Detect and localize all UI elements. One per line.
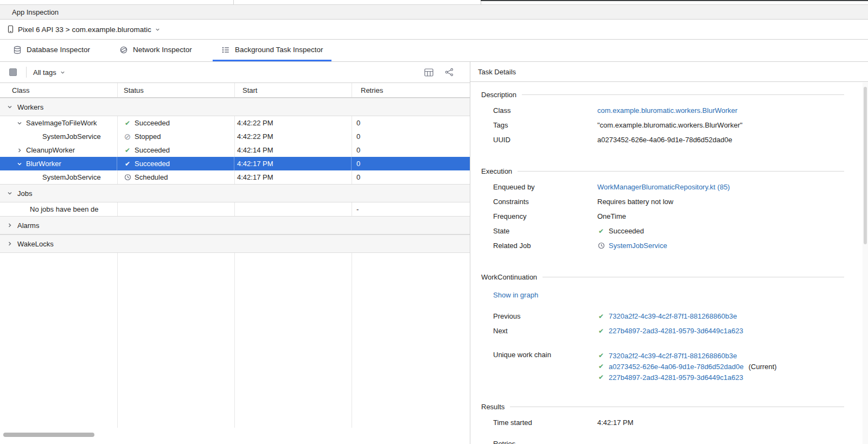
succeeded-check-icon: ✔: [597, 328, 605, 334]
tab-label: Background Task Inspector: [235, 46, 323, 54]
table-row-saveimagetofilework[interactable]: SaveImageToFileWork ✔ Succeeded 4:42:22 …: [0, 116, 470, 130]
graph-view-button[interactable]: [443, 66, 456, 79]
column-header-class[interactable]: Class: [0, 83, 117, 97]
table-row-no-jobs[interactable]: No jobs have been de -: [0, 202, 470, 216]
tab-label: Database Inspector: [27, 46, 90, 54]
chain-work-link[interactable]: 7320a2f2-4c39-4c2f-87f1-881268860b3e: [609, 352, 737, 360]
section-execution: Execution: [481, 166, 844, 176]
next-work-link[interactable]: 227b4897-2ad3-4281-9579-3d6449c1a623: [609, 327, 743, 335]
detail-row-previous: Previous ✔ 7320a2f2-4c39-4c2f-87f1-88126…: [493, 309, 844, 324]
chain-work-link[interactable]: a0273452-626e-4a06-9d1e-78d6d52dad0e: [609, 363, 744, 371]
detail-label: Retries: [493, 440, 597, 444]
chevron-right-icon[interactable]: [7, 240, 13, 247]
succeeded-check-icon: ✔: [597, 228, 605, 234]
empty-jobs-message: No jobs have been de: [30, 205, 98, 213]
task-details-body: Description Class com.example.bluromatic…: [470, 83, 868, 444]
worker-class-link[interactable]: com.example.bluromatic.workers.BlurWorke…: [597, 106, 737, 115]
stop-icon: [9, 68, 17, 76]
group-row-workers[interactable]: Workers: [0, 98, 470, 116]
cell-class: SystemJobService: [0, 130, 117, 143]
cell-start: 4:42:17 PM: [234, 157, 352, 170]
detail-label: Time started: [493, 418, 597, 427]
chevron-down-icon[interactable]: [16, 161, 23, 167]
column-header-status[interactable]: Status: [117, 83, 234, 97]
status-text: Succeeded: [135, 146, 170, 154]
detail-row-time-started: Time started 4:42:17 PM: [493, 415, 844, 430]
previous-work-link[interactable]: 7320a2f2-4c39-4c2f-87f1-881268860b3e: [609, 312, 737, 320]
table-row-systemjobservice-2[interactable]: SystemJobService Scheduled 4:42:17 PM 0: [0, 170, 470, 184]
table-row-systemjobservice-1[interactable]: SystemJobService ⊘ Stopped 4:42:22 PM 0: [0, 130, 470, 143]
app-inspection-header: App Inspection: [0, 4, 868, 20]
start-time: 4:42:22 PM: [237, 132, 273, 141]
tab-database-inspector[interactable]: Database Inspector: [4, 40, 99, 61]
show-in-graph-link[interactable]: Show in graph: [493, 291, 538, 299]
chevron-right-icon[interactable]: [7, 222, 13, 229]
app-inspection-title: App Inspection: [12, 8, 59, 16]
column-header-start[interactable]: Start: [234, 83, 352, 97]
tags-value: "com.example.bluromatic.workers.BlurWork…: [597, 121, 743, 129]
vertical-scrollbar-thumb[interactable]: [864, 87, 867, 244]
tab-network-inspector[interactable]: Network Inspector: [111, 40, 201, 61]
stop-inspection-button[interactable]: [7, 66, 20, 79]
group-label: Jobs: [17, 189, 32, 198]
status-text: Scheduled: [135, 173, 168, 181]
chevron-down-icon[interactable]: [7, 104, 13, 110]
chevron-right-icon[interactable]: [16, 147, 23, 154]
cell-retries: -: [352, 202, 470, 216]
worker-class-name: BlurWorker: [26, 160, 61, 168]
device-selector[interactable]: Pixel 6 API 33 > com.example.bluromatic: [7, 25, 161, 34]
detail-label: Unique work chain: [493, 350, 597, 383]
task-details-panel: Task Details Description Class com.examp…: [470, 62, 868, 444]
frequency-value: OneTime: [597, 212, 626, 220]
horizontal-scrollbar[interactable]: [3, 433, 94, 437]
enqueued-by-link[interactable]: WorkManagerBluromaticRepository.kt (85): [597, 183, 730, 191]
worker-class-name: SystemJobService: [42, 132, 101, 141]
tab-background-task-inspector[interactable]: Background Task Inspector: [213, 40, 332, 61]
status-text: Succeeded: [135, 119, 170, 127]
detail-row-next: Next ✔ 227b4897-2ad3-4281-9579-3d6449c1a…: [493, 324, 844, 338]
database-icon: [13, 46, 22, 54]
cell-start: 4:42:14 PM: [234, 143, 352, 157]
cell-retries: 0: [352, 170, 470, 184]
group-row-jobs[interactable]: Jobs: [0, 184, 470, 202]
retries-count: 0: [356, 173, 360, 181]
device-phone-icon: [7, 25, 15, 34]
detail-label: UUID: [493, 136, 597, 144]
table-view-button[interactable]: [422, 66, 435, 79]
group-row-wakelocks[interactable]: WakeLocks: [0, 234, 470, 253]
retries-count: 0: [356, 160, 360, 168]
section-heading: Results: [481, 403, 505, 411]
retries-count: 0: [356, 119, 360, 127]
detail-row-tags: Tags "com.example.bluromatic.workers.Blu…: [493, 118, 844, 132]
show-in-graph-row: Show in graph: [493, 288, 844, 302]
clock-icon: [597, 242, 605, 249]
time-started-value: 4:42:17 PM: [597, 418, 634, 427]
related-job-link[interactable]: SystemJobService: [609, 242, 667, 250]
cell-status: ✔ Succeeded: [117, 157, 234, 170]
chevron-down-icon[interactable]: [7, 190, 13, 196]
column-header-retries[interactable]: Retries: [352, 83, 470, 97]
cell-start: 4:42:22 PM: [234, 116, 352, 130]
group-row-alarms[interactable]: Alarms: [0, 216, 470, 234]
chevron-down-icon[interactable]: [16, 120, 23, 126]
table-row-blurworker-selected[interactable]: BlurWorker ✔ Succeeded 4:42:17 PM 0: [0, 157, 470, 170]
task-list-icon: [221, 46, 230, 54]
state-value: Succeeded: [609, 227, 644, 235]
detail-label: Enqueued by: [493, 183, 597, 191]
start-time: 4:42:14 PM: [237, 146, 273, 154]
app-inspection-window: App Inspection Pixel 6 API 33 > com.exam…: [0, 0, 868, 444]
detail-row-related-job: Related Job SystemJobService: [493, 238, 844, 253]
group-label: WakeLocks: [17, 240, 54, 248]
section-rule: [518, 171, 844, 172]
tags-filter-dropdown[interactable]: All tags: [33, 68, 66, 77]
detail-label: Constraints: [493, 198, 597, 206]
tab-label: Network Inspector: [133, 46, 192, 54]
section-rule: [522, 94, 844, 95]
work-chain-list: ✔ 7320a2f2-4c39-4c2f-87f1-881268860b3e ✔…: [597, 350, 777, 383]
clock-icon: [124, 174, 131, 181]
table-row-cleanupworker[interactable]: CleanupWorker ✔ Succeeded 4:42:14 PM 0: [0, 143, 470, 157]
cell-retries: 0: [352, 157, 470, 170]
start-time: 4:42:22 PM: [237, 119, 273, 127]
chain-work-link[interactable]: 227b4897-2ad3-4281-9579-3d6449c1a623: [609, 373, 743, 382]
retries-count: 0: [356, 146, 360, 154]
